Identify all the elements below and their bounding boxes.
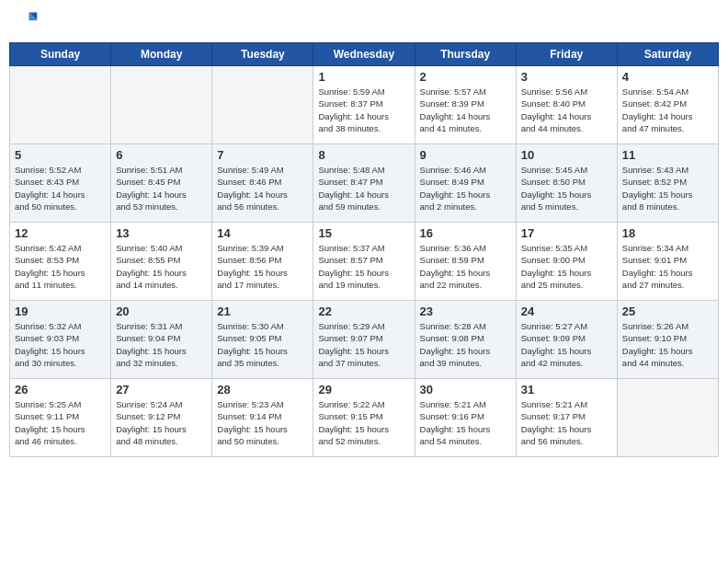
day-number: 20 [116, 304, 207, 318]
day-cell: 22Sunrise: 5:29 AM Sunset: 9:07 PM Dayli… [313, 301, 415, 379]
day-cell: 5Sunrise: 5:52 AM Sunset: 8:43 PM Daylig… [10, 144, 111, 223]
day-number: 17 [521, 226, 612, 240]
day-number: 3 [521, 70, 612, 84]
day-info: Sunrise: 5:35 AM Sunset: 9:00 PM Dayligh… [521, 242, 612, 291]
day-number: 15 [318, 226, 409, 240]
week-row-5: 26Sunrise: 5:25 AM Sunset: 9:11 PM Dayli… [10, 379, 719, 457]
day-cell: 8Sunrise: 5:48 AM Sunset: 8:47 PM Daylig… [313, 144, 415, 223]
day-cell [10, 66, 111, 144]
day-cell: 21Sunrise: 5:30 AM Sunset: 9:05 PM Dayli… [212, 301, 313, 379]
day-number: 14 [217, 226, 308, 240]
day-number: 19 [15, 304, 106, 318]
day-info: Sunrise: 5:56 AM Sunset: 8:40 PM Dayligh… [521, 86, 612, 134]
header-saturday: Saturday [617, 43, 718, 66]
day-info: Sunrise: 5:28 AM Sunset: 9:08 PM Dayligh… [420, 320, 511, 369]
day-info: Sunrise: 5:25 AM Sunset: 9:11 PM Dayligh… [15, 398, 106, 447]
day-number: 16 [420, 226, 511, 240]
day-info: Sunrise: 5:54 AM Sunset: 8:42 PM Dayligh… [622, 86, 713, 134]
day-cell: 20Sunrise: 5:31 AM Sunset: 9:04 PM Dayli… [111, 301, 212, 379]
day-info: Sunrise: 5:45 AM Sunset: 8:50 PM Dayligh… [521, 164, 612, 213]
day-info: Sunrise: 5:27 AM Sunset: 9:09 PM Dayligh… [521, 320, 612, 369]
day-number: 1 [318, 70, 409, 84]
day-info: Sunrise: 5:46 AM Sunset: 8:49 PM Dayligh… [420, 164, 511, 213]
day-number: 31 [521, 383, 612, 396]
day-cell: 10Sunrise: 5:45 AM Sunset: 8:50 PM Dayli… [516, 144, 617, 223]
calendar-table: SundayMondayTuesdayWednesdayThursdayFrid… [9, 42, 719, 457]
day-cell: 16Sunrise: 5:36 AM Sunset: 8:59 PM Dayli… [415, 223, 516, 301]
day-info: Sunrise: 5:37 AM Sunset: 8:57 PM Dayligh… [318, 242, 409, 291]
day-cell: 1Sunrise: 5:59 AM Sunset: 8:37 PM Daylig… [313, 66, 415, 144]
day-cell: 19Sunrise: 5:32 AM Sunset: 9:03 PM Dayli… [10, 301, 111, 379]
day-cell: 29Sunrise: 5:22 AM Sunset: 9:15 PM Dayli… [313, 379, 415, 457]
page-header [9, 9, 719, 35]
day-cell: 18Sunrise: 5:34 AM Sunset: 9:01 PM Dayli… [617, 223, 718, 301]
day-number: 11 [622, 148, 713, 162]
day-cell: 3Sunrise: 5:56 AM Sunset: 8:40 PM Daylig… [516, 66, 617, 144]
day-info: Sunrise: 5:22 AM Sunset: 9:15 PM Dayligh… [318, 398, 409, 447]
header-sunday: Sunday [10, 43, 111, 66]
day-number: 12 [15, 226, 106, 240]
day-cell: 12Sunrise: 5:42 AM Sunset: 8:53 PM Dayli… [10, 223, 111, 301]
day-number: 26 [15, 383, 106, 396]
day-cell: 9Sunrise: 5:46 AM Sunset: 8:49 PM Daylig… [415, 144, 516, 223]
header-friday: Friday [516, 43, 617, 66]
day-cell: 13Sunrise: 5:40 AM Sunset: 8:55 PM Dayli… [111, 223, 212, 301]
header-thursday: Thursday [415, 43, 516, 66]
day-info: Sunrise: 5:48 AM Sunset: 8:47 PM Dayligh… [318, 164, 409, 213]
day-number: 5 [15, 148, 106, 162]
header-monday: Monday [111, 43, 212, 66]
day-info: Sunrise: 5:57 AM Sunset: 8:39 PM Dayligh… [420, 86, 511, 134]
week-row-1: 1Sunrise: 5:59 AM Sunset: 8:37 PM Daylig… [10, 66, 719, 144]
day-cell: 11Sunrise: 5:43 AM Sunset: 8:52 PM Dayli… [617, 144, 718, 223]
day-number: 18 [622, 226, 713, 240]
day-number: 2 [420, 70, 511, 84]
day-number: 10 [521, 148, 612, 162]
header-wednesday: Wednesday [313, 43, 415, 66]
day-cell: 28Sunrise: 5:23 AM Sunset: 9:14 PM Dayli… [212, 379, 313, 457]
day-cell: 6Sunrise: 5:51 AM Sunset: 8:45 PM Daylig… [111, 144, 212, 223]
day-number: 28 [217, 383, 308, 396]
day-number: 7 [217, 148, 308, 162]
day-info: Sunrise: 5:24 AM Sunset: 9:12 PM Dayligh… [116, 398, 207, 447]
day-info: Sunrise: 5:32 AM Sunset: 9:03 PM Dayligh… [15, 320, 106, 369]
week-row-3: 12Sunrise: 5:42 AM Sunset: 8:53 PM Dayli… [10, 223, 719, 301]
day-cell [617, 379, 718, 457]
day-info: Sunrise: 5:29 AM Sunset: 9:07 PM Dayligh… [318, 320, 409, 369]
day-number: 27 [116, 383, 207, 396]
day-info: Sunrise: 5:36 AM Sunset: 8:59 PM Dayligh… [420, 242, 511, 291]
day-info: Sunrise: 5:21 AM Sunset: 9:16 PM Dayligh… [420, 398, 511, 447]
day-number: 13 [116, 226, 207, 240]
day-info: Sunrise: 5:23 AM Sunset: 9:14 PM Dayligh… [217, 398, 308, 447]
day-number: 24 [521, 304, 612, 318]
day-info: Sunrise: 5:43 AM Sunset: 8:52 PM Dayligh… [622, 164, 713, 213]
day-cell: 25Sunrise: 5:26 AM Sunset: 9:10 PM Dayli… [617, 301, 718, 379]
day-info: Sunrise: 5:42 AM Sunset: 8:53 PM Dayligh… [15, 242, 106, 291]
day-info: Sunrise: 5:59 AM Sunset: 8:37 PM Dayligh… [318, 86, 409, 134]
day-info: Sunrise: 5:30 AM Sunset: 9:05 PM Dayligh… [217, 320, 308, 369]
day-cell: 24Sunrise: 5:27 AM Sunset: 9:09 PM Dayli… [516, 301, 617, 379]
day-cell: 15Sunrise: 5:37 AM Sunset: 8:57 PM Dayli… [313, 223, 415, 301]
day-cell: 2Sunrise: 5:57 AM Sunset: 8:39 PM Daylig… [415, 66, 516, 144]
day-number: 4 [622, 70, 713, 84]
day-cell: 27Sunrise: 5:24 AM Sunset: 9:12 PM Dayli… [111, 379, 212, 457]
logo-icon [13, 9, 39, 35]
day-info: Sunrise: 5:40 AM Sunset: 8:55 PM Dayligh… [116, 242, 207, 291]
day-cell: 4Sunrise: 5:54 AM Sunset: 8:42 PM Daylig… [617, 66, 718, 144]
day-number: 8 [318, 148, 409, 162]
day-number: 9 [420, 148, 511, 162]
day-info: Sunrise: 5:51 AM Sunset: 8:45 PM Dayligh… [116, 164, 207, 213]
day-cell: 26Sunrise: 5:25 AM Sunset: 9:11 PM Dayli… [10, 379, 111, 457]
day-info: Sunrise: 5:39 AM Sunset: 8:56 PM Dayligh… [217, 242, 308, 291]
day-info: Sunrise: 5:49 AM Sunset: 8:46 PM Dayligh… [217, 164, 308, 213]
day-cell [212, 66, 313, 144]
day-number: 30 [420, 383, 511, 396]
header-tuesday: Tuesday [212, 43, 313, 66]
day-info: Sunrise: 5:34 AM Sunset: 9:01 PM Dayligh… [622, 242, 713, 291]
day-number: 6 [116, 148, 207, 162]
day-number: 22 [318, 304, 409, 318]
day-info: Sunrise: 5:52 AM Sunset: 8:43 PM Dayligh… [15, 164, 106, 213]
header-row: SundayMondayTuesdayWednesdayThursdayFrid… [10, 43, 719, 66]
day-number: 29 [318, 383, 409, 396]
week-row-2: 5Sunrise: 5:52 AM Sunset: 8:43 PM Daylig… [10, 144, 719, 223]
day-cell: 30Sunrise: 5:21 AM Sunset: 9:16 PM Dayli… [415, 379, 516, 457]
